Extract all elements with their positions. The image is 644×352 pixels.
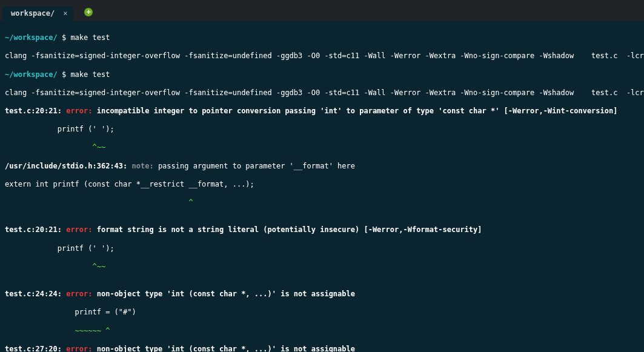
caret-line: ^~~	[5, 262, 639, 271]
tab-workspace[interactable]: workspace/ ×	[2, 6, 73, 21]
tab-title: workspace/	[11, 9, 55, 18]
command-text: make test	[70, 70, 110, 79]
error-tag: error:	[66, 225, 97, 234]
error-msg: format string is not a string literal (p…	[97, 225, 482, 234]
note-tag: note:	[132, 162, 158, 170]
code-line: printf (' ');	[5, 244, 639, 253]
caret-line: ^	[5, 198, 639, 207]
prompt-sep: $	[58, 33, 71, 42]
prompt-path: ~/workspace/	[5, 70, 58, 79]
error-location: test.c:24:24:	[5, 290, 66, 298]
prompt-line: ~/workspace/ $ make test	[5, 33, 639, 42]
error-msg: non-object type 'int (const char *, ...)…	[97, 345, 355, 352]
prompt-line: ~/workspace/ $ make test	[5, 70, 639, 79]
error-tag: error:	[66, 345, 97, 352]
error-line: test.c:24:24: error: non-object type 'in…	[5, 290, 639, 299]
error-line: test.c:20:21: error: incompatible intege…	[5, 107, 639, 116]
note-msg: passing argument to parameter '__format'…	[158, 162, 355, 170]
clang-line-2: clang -fsanitize=signed-integer-overflow…	[5, 88, 639, 98]
caret-line: ~~~~~~ ^	[5, 327, 639, 336]
code-line: extern int printf (const char *__restric…	[5, 180, 639, 189]
command-text: make test	[70, 33, 110, 42]
plus-icon: +	[87, 8, 91, 16]
error-tag: error:	[66, 107, 97, 115]
caret-line: ^~~	[5, 143, 639, 152]
code-line: printf (' ');	[5, 125, 639, 134]
prompt-sep: $	[58, 70, 71, 79]
note-location: /usr/include/stdio.h:362:43:	[5, 162, 132, 170]
error-tag: error:	[66, 290, 97, 298]
terminal-output[interactable]: ~/workspace/ $ make test clang -fsanitiz…	[0, 21, 644, 352]
add-tab-button[interactable]: +	[84, 8, 93, 16]
close-icon[interactable]: ×	[63, 9, 67, 18]
error-location: test.c:20:21:	[5, 107, 66, 115]
code-line: printf = ("#")	[5, 308, 639, 317]
error-line: test.c:27:20: error: non-object type 'in…	[5, 345, 639, 352]
error-location: test.c:27:20:	[5, 345, 66, 352]
note-line: /usr/include/stdio.h:362:43: note: passi…	[5, 162, 639, 171]
error-msg: incompatible integer to pointer conversi…	[97, 107, 618, 115]
tab-bar: workspace/ × +	[0, 4, 644, 21]
clang-line-1: clang -fsanitize=signed-integer-overflow…	[5, 51, 639, 61]
prompt-path: ~/workspace/	[5, 33, 58, 42]
error-msg: non-object type 'int (const char *, ...)…	[97, 290, 355, 298]
error-location: test.c:20:21:	[5, 225, 66, 234]
error-line: test.c:20:21: error: format string is no…	[5, 225, 639, 234]
